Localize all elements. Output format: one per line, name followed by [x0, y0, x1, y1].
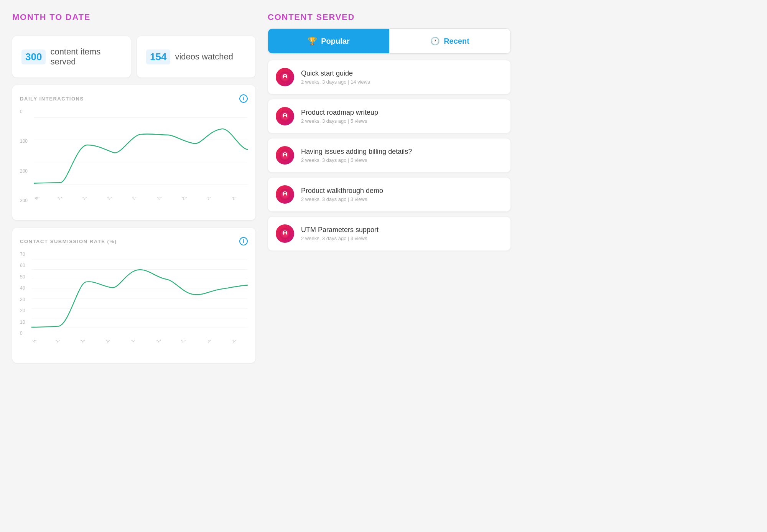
content-item-0: Quick start guide 2 weeks, 3 days ago | … — [268, 60, 511, 94]
content-icon-2 — [276, 146, 294, 165]
content-title-1: Product roadmap writeup — [301, 109, 503, 117]
daily-interactions-info-icon[interactable]: i — [239, 94, 248, 103]
videos-watched-card: 154 videos watched — [137, 36, 255, 77]
content-items-list: Quick start guide 2 weeks, 3 days ago | … — [268, 60, 511, 255]
daily-interactions-svg-wrap: 9th Nov 11th Nov 13th Nov 15th Nov 17th … — [34, 109, 248, 214]
daily-interactions-area: 300 200 100 0 — [20, 109, 248, 214]
content-title-4: UTM Parameters support — [301, 226, 503, 234]
tab-popular[interactable]: 🏆 Popular — [268, 29, 389, 53]
daily-interactions-title: DAILY INTERACTIONS — [20, 96, 84, 102]
recent-icon: 🕐 — [430, 36, 440, 46]
contact-submission-svg — [31, 252, 248, 336]
svg-point-16 — [284, 76, 286, 77]
daily-interactions-y-labels: 300 200 100 0 — [20, 109, 31, 203]
content-meta-2: 2 weeks, 3 days ago | 5 views — [301, 157, 503, 163]
month-to-date-title: MONTH TO DATE — [12, 12, 255, 22]
content-text-1: Product roadmap writeup 2 weeks, 3 days … — [301, 109, 503, 124]
content-title-2: Having issues adding billing details? — [301, 148, 503, 156]
contact-submission-info-icon[interactable]: i — [239, 237, 248, 245]
videos-watched-number: 154 — [146, 49, 170, 64]
svg-point-21 — [284, 115, 286, 116]
contact-y-labels: 0 10 20 30 40 50 60 70 — [20, 252, 31, 336]
contact-submission-area: 0 10 20 30 40 50 60 70 — [20, 252, 248, 357]
stat-cards: 300 content items served 154 videos watc… — [12, 36, 255, 77]
daily-interactions-svg — [34, 109, 248, 193]
content-item-3: Product walkthrough demo 2 weeks, 3 days… — [268, 177, 511, 212]
contact-svg-wrap: 9th Nov 11th Nov 13th Nov 15th Nov 17th … — [31, 252, 248, 357]
svg-point-36 — [284, 232, 286, 234]
videos-watched-label: videos watched — [175, 52, 233, 62]
recent-label: Recent — [444, 37, 469, 46]
content-title-3: Product walkthrough demo — [301, 187, 503, 195]
content-item-2: Having issues adding billing details? 2 … — [268, 138, 511, 173]
popular-icon: 🏆 — [308, 36, 317, 46]
content-item-4: UTM Parameters support 2 weeks, 3 days a… — [268, 216, 511, 251]
popular-label: Popular — [321, 37, 349, 46]
content-meta-1: 2 weeks, 3 days ago | 5 views — [301, 118, 503, 124]
content-item-1: Product roadmap writeup 2 weeks, 3 days … — [268, 99, 511, 133]
svg-point-31 — [284, 193, 286, 194]
daily-interactions-chart: DAILY INTERACTIONS i 300 200 100 0 — [12, 85, 255, 220]
content-icon-1 — [276, 107, 294, 125]
tab-bar: 🏆 Popular 🕐 Recent — [268, 28, 511, 54]
svg-point-26 — [284, 154, 286, 155]
content-text-0: Quick start guide 2 weeks, 3 days ago | … — [301, 69, 503, 85]
content-items-label: content items served — [50, 47, 122, 67]
content-meta-4: 2 weeks, 3 days ago | 3 views — [301, 236, 503, 241]
content-text-3: Product walkthrough demo 2 weeks, 3 days… — [301, 187, 503, 202]
content-served-title: CONTENT SERVED — [268, 12, 511, 22]
content-icon-3 — [276, 185, 294, 204]
content-meta-3: 2 weeks, 3 days ago | 3 views — [301, 196, 503, 202]
content-icon-4 — [276, 224, 294, 243]
content-title-0: Quick start guide — [301, 69, 503, 77]
content-items-number: 300 — [21, 49, 46, 64]
content-text-2: Having issues adding billing details? 2 … — [301, 148, 503, 163]
content-text-4: UTM Parameters support 2 weeks, 3 days a… — [301, 226, 503, 241]
contact-submission-chart: CONTACT SUBMISSION RATE (%) i 0 10 20 30… — [12, 228, 255, 363]
content-icon-0 — [276, 68, 294, 86]
tab-recent[interactable]: 🕐 Recent — [389, 29, 510, 53]
content-items-card: 300 content items served — [12, 36, 131, 77]
contact-submission-title: CONTACT SUBMISSION RATE (%) — [20, 239, 117, 244]
content-meta-0: 2 weeks, 3 days ago | 14 views — [301, 79, 503, 85]
